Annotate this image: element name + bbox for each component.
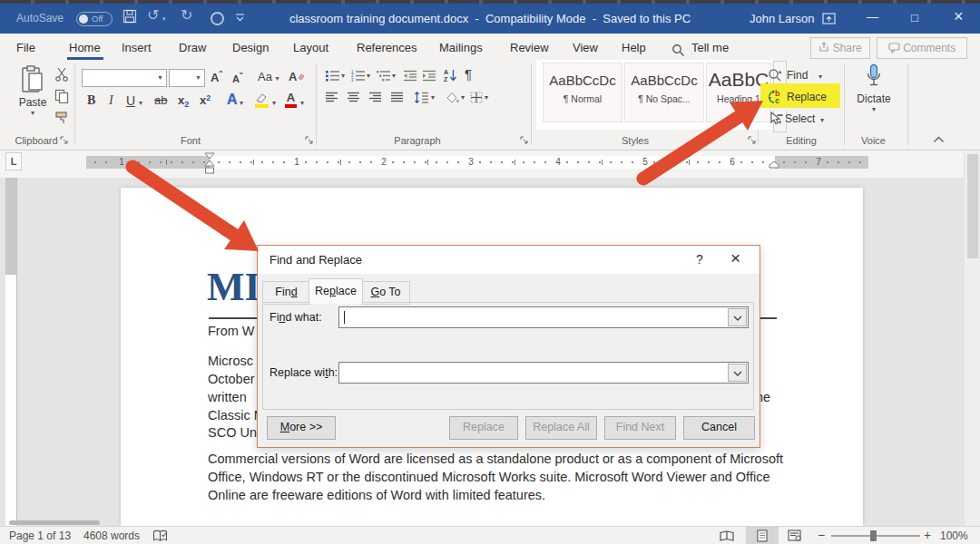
ribbon-display-options-icon[interactable] bbox=[822, 13, 836, 24]
clear-formatting-button[interactable]: A bbox=[289, 70, 305, 83]
more-button[interactable]: More >> bbox=[267, 416, 336, 440]
style-normal[interactable]: AaBbCcDc ¶ Normal bbox=[543, 63, 622, 122]
tab-selector[interactable]: L bbox=[5, 152, 22, 170]
font-dialog-launcher-icon[interactable] bbox=[305, 136, 314, 145]
tab-review[interactable]: Review bbox=[510, 41, 549, 54]
shading-icon[interactable] bbox=[445, 92, 459, 103]
bold-button[interactable]: B bbox=[87, 93, 95, 108]
change-case-button[interactable]: Aa ▾ bbox=[258, 70, 279, 83]
left-indent-marker[interactable] bbox=[203, 152, 216, 176]
dictate-button[interactable]: Dictate ▾ bbox=[851, 63, 897, 131]
text-effects-button[interactable]: A bbox=[227, 92, 238, 108]
cut-icon[interactable] bbox=[54, 67, 69, 82]
text-highlight-button[interactable] bbox=[254, 92, 270, 108]
find-dropdown-icon[interactable]: ▾ bbox=[818, 73, 822, 81]
numbering-dropdown-icon[interactable]: ▾ bbox=[367, 72, 370, 80]
page-indicator[interactable]: Page 1 of 13 bbox=[9, 529, 71, 542]
chevron-down-icon[interactable]: ▼ bbox=[154, 70, 166, 86]
find-what-input[interactable] bbox=[338, 306, 749, 328]
align-center-icon[interactable] bbox=[347, 92, 360, 102]
right-indent-marker[interactable] bbox=[768, 160, 780, 169]
tab-design[interactable]: Design bbox=[232, 41, 269, 54]
show-paragraph-marks-button[interactable]: ¶ bbox=[465, 66, 472, 82]
styles-dialog-launcher-icon[interactable] bbox=[748, 136, 757, 145]
redo-icon[interactable]: ↻ bbox=[181, 6, 192, 24]
tab-tell-me[interactable]: Tell me bbox=[691, 41, 729, 54]
grow-font-button[interactable]: Aˆ bbox=[211, 70, 222, 84]
bullets-dropdown-icon[interactable]: ▾ bbox=[341, 72, 345, 80]
zoom-in-button[interactable]: + bbox=[924, 528, 931, 542]
loop-icon[interactable] bbox=[211, 12, 224, 25]
comments-button[interactable]: Comments bbox=[877, 37, 967, 59]
find-what-dropdown-button[interactable] bbox=[728, 308, 747, 326]
sort-icon[interactable]: AZ bbox=[443, 68, 457, 83]
print-layout-button[interactable] bbox=[746, 527, 779, 544]
font-name-select[interactable]: ▼ bbox=[82, 69, 167, 87]
zoom-level[interactable]: 100% bbox=[940, 529, 968, 542]
copy-icon[interactable] bbox=[54, 89, 69, 103]
borders-dropdown-icon[interactable]: ▾ bbox=[485, 93, 488, 102]
dialog-help-button[interactable]: ? bbox=[696, 252, 703, 267]
bullets-icon[interactable] bbox=[325, 70, 340, 82]
read-mode-button[interactable] bbox=[718, 529, 736, 542]
tell-me-search-icon[interactable] bbox=[671, 44, 685, 57]
align-left-icon[interactable] bbox=[325, 92, 338, 102]
tab-references[interactable]: References bbox=[357, 41, 416, 54]
replace-action-button[interactable]: Replace bbox=[449, 416, 518, 440]
superscript-button[interactable]: x2 bbox=[200, 93, 211, 107]
dialog-tab-replace[interactable]: Replace bbox=[309, 278, 363, 304]
clipboard-dialog-launcher-icon[interactable] bbox=[60, 136, 69, 145]
shrink-font-button[interactable]: Aˇ bbox=[232, 72, 242, 84]
collapse-ribbon-icon[interactable] bbox=[933, 136, 945, 143]
vertical-scrollbar[interactable] bbox=[964, 151, 980, 526]
dialog-close-button[interactable]: × bbox=[730, 248, 740, 268]
select-dropdown-icon[interactable]: ▾ bbox=[820, 116, 824, 124]
paragraph-dialog-launcher-icon[interactable] bbox=[520, 136, 529, 145]
horizontal-scrollbar-thumb[interactable] bbox=[9, 520, 100, 525]
underline-dropdown-icon[interactable]: ▾ bbox=[139, 99, 142, 107]
maximize-button[interactable]: □ bbox=[911, 11, 918, 24]
quick-access-toolbar-menu-icon[interactable] bbox=[235, 14, 245, 22]
tab-draw[interactable]: Draw bbox=[179, 41, 206, 54]
borders-icon[interactable] bbox=[470, 92, 483, 103]
underline-button[interactable]: U bbox=[126, 93, 135, 108]
chevron-down-icon[interactable]: ▼ bbox=[192, 70, 204, 86]
tab-home[interactable]: Home bbox=[69, 41, 101, 54]
find-next-button[interactable]: Find Next bbox=[604, 416, 676, 440]
undo-icon[interactable]: ↺ bbox=[147, 6, 159, 24]
format-painter-icon[interactable] bbox=[54, 111, 69, 125]
tab-layout[interactable]: Layout bbox=[293, 41, 328, 54]
autosave-toggle[interactable]: Off bbox=[76, 12, 113, 26]
zoom-out-button[interactable]: − bbox=[818, 528, 825, 542]
zoom-slider-thumb[interactable] bbox=[870, 530, 877, 541]
share-button[interactable]: Share bbox=[810, 37, 870, 59]
web-layout-button[interactable] bbox=[788, 529, 801, 542]
italic-button[interactable]: I bbox=[109, 93, 113, 108]
replace-with-input[interactable] bbox=[338, 362, 749, 384]
shading-dropdown-icon[interactable]: ▾ bbox=[461, 93, 465, 102]
tab-mailings[interactable]: Mailings bbox=[439, 41, 483, 54]
select-button[interactable]: Select bbox=[785, 112, 815, 125]
justify-icon[interactable] bbox=[390, 92, 404, 102]
tab-insert[interactable]: Insert bbox=[122, 41, 152, 54]
find-button[interactable]: Find bbox=[787, 69, 808, 82]
numbering-icon[interactable]: 123 bbox=[350, 70, 366, 82]
minimize-button[interactable]: — bbox=[867, 10, 878, 24]
replace-button[interactable]: Replace bbox=[787, 91, 827, 103]
vertical-scrollbar-thumb[interactable] bbox=[967, 154, 978, 258]
line-spacing-icon[interactable] bbox=[414, 92, 429, 103]
font-color-button[interactable]: A bbox=[285, 92, 297, 108]
tab-file[interactable]: File bbox=[16, 41, 35, 54]
tab-help[interactable]: Help bbox=[622, 41, 646, 54]
decrease-indent-icon[interactable] bbox=[403, 70, 417, 82]
word-count[interactable]: 4608 words bbox=[83, 529, 140, 542]
line-spacing-dropdown-icon[interactable]: ▾ bbox=[431, 93, 435, 102]
replace-all-button[interactable]: Replace All bbox=[525, 416, 597, 440]
strikethrough-button[interactable]: ab bbox=[154, 93, 167, 107]
replace-with-dropdown-button[interactable] bbox=[728, 364, 747, 382]
align-right-icon[interactable] bbox=[368, 92, 382, 102]
highlight-dropdown-icon[interactable]: ▾ bbox=[272, 99, 276, 107]
text-effects-dropdown-icon[interactable]: ▾ bbox=[240, 99, 243, 107]
cancel-button[interactable]: Cancel bbox=[683, 416, 755, 440]
font-size-select[interactable]: ▼ bbox=[169, 69, 205, 87]
